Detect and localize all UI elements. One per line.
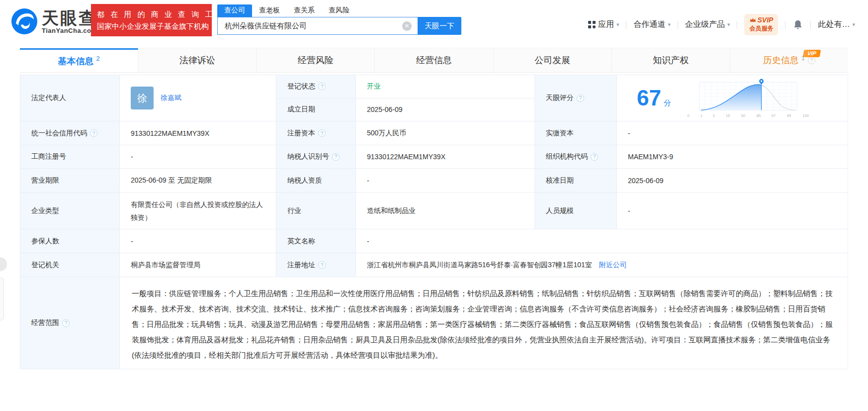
establish-date-value: 2025-06-09 [356, 99, 534, 121]
search-tab-risk[interactable]: 查风险 [322, 4, 356, 17]
business-scope-label: 经营范围 ? [20, 277, 120, 369]
insured-count-value: - [120, 229, 276, 253]
tab-basic-info-label: 基本信息 [58, 55, 93, 67]
search-tab-company[interactable]: 查公司 [217, 4, 252, 17]
tab-history-info[interactable]: VIP 历史信息 1 ? [730, 48, 848, 72]
help-icon[interactable]: ? [577, 95, 584, 102]
reg-status-value: 开业 [356, 75, 534, 98]
help-icon[interactable]: ? [318, 129, 326, 137]
nearby-companies-link[interactable]: 附近公司 [599, 261, 627, 270]
business-term-value: 2025-06-09 至 无固定期限 [120, 169, 276, 192]
search-tabs: 查公司 查老板 查关系 查风险 [217, 4, 461, 17]
chevron-down-icon: ▾ [668, 21, 671, 28]
app-grid-icon [588, 21, 596, 28]
slogan-banner: 都 在 用 的 商 业 查 询 工 具 国家中小企业发展子基金旗下机构 [91, 4, 212, 36]
search-button[interactable]: 天眼一下 [418, 17, 461, 35]
nav-partner-channel[interactable]: 合作通道 ▾ [633, 19, 671, 30]
legal-rep-link[interactable]: 徐嘉斌 [161, 94, 181, 103]
tab-intellectual-property[interactable]: 知识产权 [612, 48, 730, 72]
brand-name: 天眼查 [42, 9, 97, 27]
search-tab-boss[interactable]: 查老板 [252, 4, 287, 17]
notification-bell-icon[interactable] [792, 19, 803, 30]
taxpayer-qualification-label: 纳税人资质 [276, 169, 356, 192]
reg-capital-label: 注册资本 ? [276, 121, 356, 145]
score-distribution-chart[interactable]: 0131550859799100 [686, 78, 810, 118]
nav-partner-label: 合作通道 [633, 19, 665, 30]
help-icon[interactable]: ? [591, 153, 598, 161]
chevron-down-icon: ▾ [616, 21, 619, 28]
uscc-label: 统一社会信用代码 ? [20, 121, 120, 145]
industry-value: 造纸和纸制品业 [356, 193, 535, 229]
score-axis-ticks: 0131550859799100 [686, 113, 810, 118]
score-value-cell: 67 分 [617, 75, 848, 121]
score-curve [686, 78, 810, 111]
divider [737, 21, 737, 29]
industry-label: 行业 [276, 193, 356, 229]
chevron-down-icon: ▾ [852, 21, 855, 28]
paid-capital-value: - [617, 121, 848, 145]
table-row: 经营范围 ? 一般项目：供应链管理服务；个人卫生用品销售；卫生用品和一次性使用医… [20, 277, 848, 369]
table-row: 营业期限 2025-06-09 至 无固定期限 纳税人资质 - 核准日期 202… [20, 169, 848, 193]
nav-apps-label: 应用 [598, 19, 614, 30]
divider [810, 21, 811, 29]
tianyancha-logo[interactable]: 天眼查 TianYanCha.com [11, 8, 97, 35]
company-info-table: 法定代表人 徐 徐嘉斌 登记状态 ? 开业 成立日期 2025-06-09 天眼… [20, 75, 848, 369]
chevron-down-icon: ▾ [727, 21, 730, 28]
table-row: 登记机关 桐庐县市场监督管理局 注册地址 ? 浙江省杭州市桐庐县凤川街道马家路5… [20, 253, 848, 277]
side-float-widget[interactable] [0, 257, 7, 271]
org-code-label: 组织机构代码 ? [535, 145, 617, 168]
legal-rep-value: 徐 徐嘉斌 [120, 75, 276, 121]
header-nav: 应用 ▾ 合作通道 ▾ 企业级产品 ▾ SVIP 会员服务 [588, 14, 855, 35]
address-value: 浙江省杭州市桐庐县凤川街道马家路516号舒泰·富春智创园37幢1层101室 附近… [356, 253, 848, 277]
help-icon[interactable]: ? [332, 153, 340, 161]
taxpayer-qualification-value: - [356, 169, 535, 192]
crown-icon [750, 17, 756, 22]
table-row: 统一社会信用代码 ? 91330122MAEM1MY39X 注册资本 ? 500… [20, 121, 848, 145]
help-icon[interactable]: ? [90, 129, 97, 137]
english-name-value: - [356, 229, 848, 253]
svip-member-badge[interactable]: SVIP 会员服务 [744, 14, 778, 35]
nav-enterprise-label: 企业级产品 [685, 19, 725, 30]
help-icon[interactable]: ? [62, 319, 70, 327]
clear-search-icon[interactable]: ✕ [402, 21, 412, 31]
company-type-value: 有限责任公司（非自然人投资或控股的法人独资） [120, 193, 276, 229]
org-code-value: MAEM1MY3-9 [617, 145, 848, 168]
user-menu[interactable]: 此处有… ▾ [818, 19, 855, 30]
divider [626, 21, 626, 29]
vip-badge: VIP [803, 50, 821, 57]
user-menu-label: 此处有… [818, 19, 850, 30]
reg-capital-value: 500万人民币 [356, 121, 535, 145]
reg-status-label: 登记状态 ? [276, 75, 356, 98]
staff-size-value: - [617, 193, 848, 229]
help-icon[interactable]: ? [808, 57, 815, 64]
help-icon[interactable]: ? [318, 261, 326, 269]
business-scope-value: 一般项目：供应链管理服务；个人卫生用品销售；卫生用品和一次性使用医疗用品销售；日… [120, 277, 848, 369]
table-row: 企业类型 有限责任公司（非自然人投资或控股的法人独资） 行业 造纸和纸制品业 人… [20, 193, 848, 229]
search-tab-relation[interactable]: 查关系 [287, 4, 322, 17]
tab-business-info[interactable]: 经营信息 [375, 48, 493, 72]
legal-rep-label: 法定代表人 [20, 75, 120, 121]
tab-company-development[interactable]: 公司发展 [494, 48, 612, 72]
tab-history-count: 1 [801, 54, 805, 62]
divider [785, 21, 785, 29]
help-icon[interactable]: ? [318, 83, 326, 90]
biz-reg-no-label: 工商注册号 [20, 145, 120, 168]
english-name-label: 英文名称 [276, 229, 356, 253]
top-header: 天眼查 TianYanCha.com 都 在 用 的 商 业 查 询 工 具 国… [0, 0, 868, 45]
biz-reg-no-value: - [120, 145, 276, 168]
nav-apps[interactable]: 应用 ▾ [588, 19, 619, 30]
approval-date-label: 核准日期 [535, 169, 617, 192]
divider [678, 21, 678, 29]
tab-basic-info[interactable]: 基本信息 2 [20, 48, 138, 72]
score-label: 天眼评分 ? [535, 75, 617, 121]
insured-count-label: 参保人数 [20, 229, 120, 253]
search-area: 查公司 查老板 查关系 查风险 天眼一下 ✕ [217, 4, 461, 35]
svip-sublabel: 会员服务 [749, 24, 773, 33]
tab-legal-proceedings[interactable]: 法律诉讼 [138, 48, 257, 72]
tab-operating-risk[interactable]: 经营风险 [257, 48, 375, 72]
nav-enterprise-products[interactable]: 企业级产品 ▾ [685, 19, 730, 30]
score-unit: 分 [664, 99, 671, 108]
side-float-bar[interactable] [0, 278, 4, 320]
avatar[interactable]: 徐 [131, 87, 154, 109]
search-input[interactable] [217, 17, 418, 35]
